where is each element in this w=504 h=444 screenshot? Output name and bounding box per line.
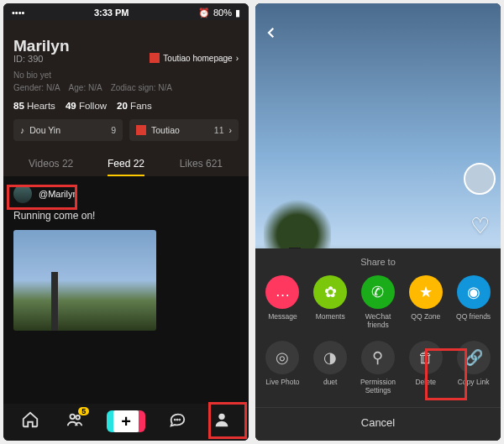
feed-post[interactable]: @Marilyn Running come on! <box>3 176 249 339</box>
toutiao-label: Toutiao <box>151 125 180 135</box>
profile-meta: Gender: N/A Age: N/A Zodiac sign: N/A <box>13 83 239 92</box>
action-delete[interactable]: 🗑Delete <box>403 341 449 395</box>
svg-point-0 <box>71 415 76 420</box>
profile-screen: •••• 3:33 PM ⏰ 80% ▮ Marilyn ID: 390 Tou… <box>3 3 249 441</box>
friends-tab[interactable]: 5 <box>66 410 84 432</box>
toutiao-homepage-link[interactable]: Toutiao homepage › <box>150 53 239 63</box>
fans-stat[interactable]: 20 Fans <box>117 101 152 111</box>
gender-field: Gender: N/A <box>13 83 60 92</box>
author-avatar[interactable] <box>464 163 496 195</box>
messages-tab[interactable] <box>168 410 186 432</box>
profile-tab[interactable] <box>213 410 231 432</box>
share-row-social: …Message ✿Moments ✆WeChat friends ★QQ Zo… <box>255 275 501 342</box>
bottom-nav: 5 + <box>3 404 249 441</box>
carrier-indicator: •••• <box>12 8 24 18</box>
action-copy-link[interactable]: 🔗Copy Link <box>451 341 496 395</box>
share-moments[interactable]: ✿Moments <box>307 275 353 330</box>
cancel-button[interactable]: Cancel <box>255 407 501 436</box>
douyin-label: Dou Yin <box>29 125 60 135</box>
toutiao-homepage-label: Toutiao homepage <box>163 54 232 63</box>
trash-icon: 🗑 <box>409 341 443 374</box>
status-time: 3:33 PM <box>94 8 129 18</box>
share-sheet: Share to …Message ✿Moments ✆WeChat frien… <box>255 248 501 441</box>
post-thumbnail[interactable] <box>13 230 156 331</box>
svg-point-4 <box>179 420 180 420</box>
post-username[interactable]: @Marilyn <box>39 189 78 199</box>
toutiao-box[interactable]: Toutiao 11 › <box>129 119 239 141</box>
action-live-photo[interactable]: ◎Live Photo <box>260 341 305 395</box>
share-wechat-friends[interactable]: ✆WeChat friends <box>355 275 401 330</box>
share-qq-zone[interactable]: ★QQ Zone <box>403 275 449 330</box>
zodiac-field: Zodiac sign: N/A <box>111 83 172 92</box>
battery-pct: 80% <box>213 8 232 18</box>
chevron-right-icon: › <box>229 125 233 135</box>
chevron-right-icon: › <box>236 54 239 63</box>
back-button[interactable] <box>264 25 279 44</box>
status-bar: •••• 3:33 PM ⏰ 80% ▮ <box>3 3 249 20</box>
svg-point-5 <box>218 414 224 420</box>
video-actions: ♡ <box>464 163 496 239</box>
profile-tabs: Videos 22 Feed 22 Likes 621 <box>13 151 239 176</box>
douyin-box[interactable]: ♪ Dou Yin 9 <box>13 119 123 141</box>
tab-videos[interactable]: Videos 22 <box>13 151 88 176</box>
toutiao-icon <box>136 125 146 135</box>
share-title: Share to <box>255 257 501 267</box>
douyin-icon: ♪ <box>20 125 24 135</box>
douyin-count: 9 <box>111 125 116 135</box>
friends-badge: 5 <box>78 407 89 415</box>
video-share-screen: ♡ Share to …Message ✿Moments ✆WeChat fri… <box>255 3 501 441</box>
home-tab[interactable] <box>21 410 39 432</box>
svg-point-2 <box>176 420 177 420</box>
tab-likes[interactable]: Likes 621 <box>164 151 239 176</box>
toutiao-count: 11 <box>214 125 224 135</box>
create-button[interactable]: + <box>110 410 142 432</box>
toutiao-icon <box>150 53 160 63</box>
profile-stats: 85 Hearts 49 Follow 20 Fans <box>13 101 239 111</box>
share-row-actions: ◎Live Photo ◑duet ⚲Permission Settings 🗑… <box>255 341 501 407</box>
svg-point-3 <box>175 420 176 420</box>
tab-feed[interactable]: Feed 22 <box>88 151 163 176</box>
alarm-icon: ⏰ <box>198 8 210 18</box>
svg-point-1 <box>76 415 81 420</box>
bio-placeholder[interactable]: No bio yet <box>13 71 239 80</box>
profile-id: ID: 390 <box>13 54 43 64</box>
hearts-stat[interactable]: 85 Hearts <box>13 101 55 111</box>
post-caption: Running come on! <box>13 210 239 222</box>
age-field: Age: N/A <box>69 83 102 92</box>
battery-icon: ▮ <box>235 8 240 18</box>
action-duet[interactable]: ◑duet <box>307 341 353 395</box>
action-permission-settings[interactable]: ⚲Permission Settings <box>355 341 401 395</box>
share-message[interactable]: …Message <box>260 275 305 330</box>
share-qq-friends[interactable]: ◉QQ friends <box>451 275 496 330</box>
plus-icon: + <box>121 412 131 431</box>
avatar[interactable] <box>13 185 32 203</box>
follow-stat[interactable]: 49 Follow <box>66 101 107 111</box>
like-button[interactable]: ♡ <box>470 213 490 239</box>
profile-header: Marilyn ID: 390 Toutiao homepage › No bi… <box>3 20 249 176</box>
